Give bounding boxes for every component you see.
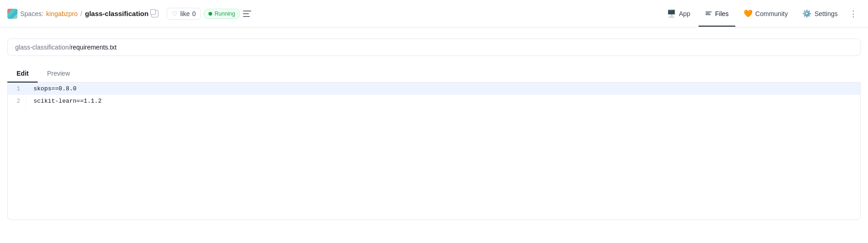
nav-app[interactable]: 🖥️ App	[660, 6, 697, 22]
breadcrumb-slash: /	[80, 10, 82, 17]
path-file: requirements.txt	[71, 44, 117, 51]
path-root: glass-classification/	[15, 44, 71, 51]
main-content: glass-classification/ requirements.txt E…	[0, 28, 868, 231]
tab-preview[interactable]: Preview	[38, 65, 79, 83]
nav-files[interactable]: Files	[699, 6, 735, 21]
breadcrumb-repo[interactable]: glass-classification	[85, 10, 148, 17]
running-badge: Running	[203, 9, 240, 19]
line-number-2: 2	[8, 95, 26, 107]
tab-edit[interactable]: Edit	[7, 65, 38, 83]
more-icon: ⋮	[849, 9, 857, 19]
app-icon: 🖥️	[667, 9, 676, 18]
files-icon	[705, 10, 712, 17]
settings-icon: ⚙️	[802, 9, 812, 18]
editor-container: Edit Preview 1 skops==0.8.0 2 scikit-lea…	[7, 65, 861, 220]
line-content-1[interactable]: skops==0.8.0	[26, 83, 860, 95]
nav-community-label: Community	[755, 10, 788, 17]
code-line-1: 1 skops==0.8.0	[8, 83, 860, 95]
running-label: Running	[214, 11, 235, 17]
like-count: 0	[192, 10, 196, 17]
nav-community[interactable]: 🧡 Community	[737, 6, 795, 22]
running-dot	[209, 12, 212, 16]
file-path-bar: glass-classification/ requirements.txt	[7, 39, 861, 56]
nav-settings-label: Settings	[814, 10, 838, 17]
editor-tabs: Edit Preview	[7, 65, 861, 83]
spaces-icon	[7, 9, 17, 19]
heart-icon: ♡	[172, 10, 178, 17]
like-label: like	[180, 10, 190, 17]
nav-app-label: App	[679, 10, 690, 17]
breadcrumb-user[interactable]: kingabzpro	[46, 10, 78, 17]
code-editor: 1 skops==0.8.0 2 scikit-learn==1.1.2	[7, 83, 861, 220]
filter-icon[interactable]	[243, 11, 251, 17]
header: Spaces: kingabzpro / glass-classificatio…	[0, 0, 868, 28]
copy-icon[interactable]	[151, 10, 158, 17]
like-button[interactable]: ♡ like 0	[167, 8, 201, 20]
spaces-label: Spaces:	[20, 10, 44, 17]
community-icon: 🧡	[744, 9, 753, 18]
header-left: Spaces: kingabzpro / glass-classificatio…	[7, 8, 657, 20]
header-right: 🖥️ App Files 🧡 Community ⚙️ Settings	[660, 6, 861, 22]
code-line-2: 2 scikit-learn==1.1.2	[8, 95, 860, 107]
nav-files-label: Files	[715, 10, 729, 17]
more-button[interactable]: ⋮	[846, 6, 861, 21]
line-number-1: 1	[8, 83, 26, 95]
nav-settings[interactable]: ⚙️ Settings	[796, 6, 844, 22]
line-content-2[interactable]: scikit-learn==1.1.2	[26, 95, 860, 107]
